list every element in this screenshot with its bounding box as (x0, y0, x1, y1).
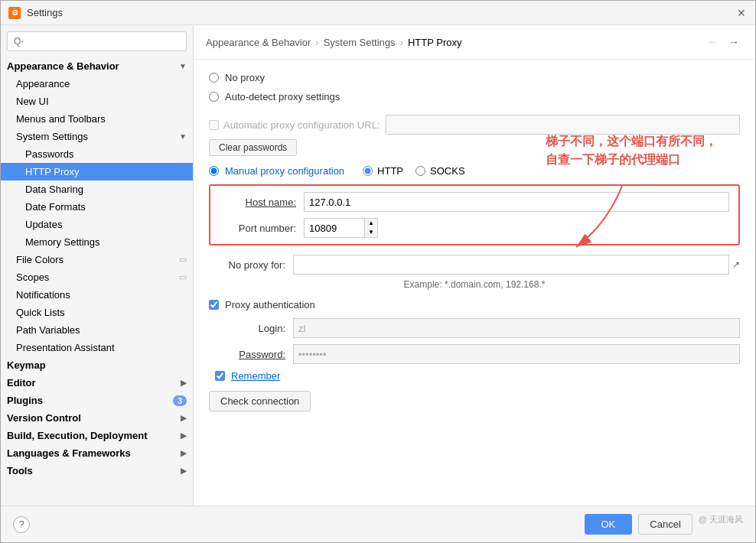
form-area: No proxy Auto-detect proxy settings Auto… (194, 60, 755, 506)
password-label: Password: (209, 349, 293, 360)
proxy-auth-section: Proxy authentication Login: Password: (209, 299, 740, 382)
sidebar-item-label: Notifications (16, 289, 70, 301)
sidebar-item-editor[interactable]: Editor (1, 374, 193, 392)
sidebar-item-label: Data Sharing (25, 184, 83, 195)
window-title: Settings (27, 7, 63, 18)
content-area: Appearance & Behavior Appearance New UI … (1, 25, 755, 506)
scopes-icon: ▭ (179, 272, 187, 282)
remember-label: Remember (231, 370, 280, 382)
sidebar-item-label: Appearance (16, 78, 70, 89)
proxy-auth-title: Proxy authentication (225, 299, 315, 311)
sidebar-item-label: Version Control (7, 412, 81, 424)
sidebar-item-system-settings[interactable]: System Settings (1, 128, 193, 145)
auto-detect-radio[interactable] (209, 92, 219, 102)
port-spin-down[interactable]: ▼ (365, 228, 377, 237)
proxy-auth-header: Proxy authentication (209, 299, 740, 311)
protocol-tabs: HTTP SOCKS (363, 165, 464, 177)
search-box (1, 25, 193, 57)
breadcrumb-sep-1: › (315, 37, 318, 48)
sidebar-item-path-variables[interactable]: Path Variables (1, 321, 193, 339)
auth-fields: Login: Password: (209, 318, 740, 364)
sidebar-item-appearance-behavior[interactable]: Appearance & Behavior (1, 57, 193, 75)
sidebar-item-build-execution[interactable]: Build, Execution, Deployment (1, 427, 193, 444)
sidebar-item-menus-toolbars[interactable]: Menus and Toolbars (1, 110, 193, 128)
sidebar-item-label: Quick Lists (16, 307, 65, 318)
plugins-badge: 3 (173, 395, 187, 406)
remember-checkbox[interactable] (215, 371, 225, 381)
sidebar-item-languages[interactable]: Languages & Frameworks (1, 444, 193, 462)
no-proxy-radio[interactable] (209, 73, 219, 83)
sidebar-item-appearance[interactable]: Appearance (1, 75, 193, 93)
ok-button[interactable]: OK (585, 514, 633, 535)
port-label: Port number: (220, 223, 304, 234)
socks-tab[interactable]: SOCKS (415, 165, 465, 177)
sidebar-item-quick-lists[interactable]: Quick Lists (1, 304, 193, 321)
settings-window: ⚙ Settings ✕ Appearance & Behavior Appea… (0, 0, 756, 543)
sidebar-item-label: Keymap (7, 359, 46, 371)
back-button[interactable]: ← (703, 33, 722, 51)
no-proxy-row: No proxy (209, 72, 740, 83)
sidebar-item-data-sharing[interactable]: Data Sharing (1, 180, 193, 198)
http-radio[interactable] (363, 166, 373, 176)
auto-detect-label[interactable]: Auto-detect proxy settings (225, 91, 340, 102)
expand-arrow-icon (181, 431, 187, 440)
port-input[interactable] (304, 218, 365, 238)
sidebar-item-version-control[interactable]: Version Control (1, 409, 193, 427)
sidebar-item-label: Passwords (25, 148, 74, 160)
check-connection-button[interactable]: Check connection (209, 391, 311, 411)
sidebar-item-http-proxy[interactable]: HTTP Proxy (1, 163, 193, 180)
remember-row: Remember (215, 370, 740, 382)
sidebar-item-label: Path Variables (16, 324, 80, 336)
sidebar-item-updates[interactable]: Updates (1, 216, 193, 233)
password-input[interactable] (293, 344, 740, 364)
http-label: HTTP (377, 165, 403, 177)
password-field-row: Password: (209, 344, 740, 364)
proxy-auth-checkbox[interactable] (209, 300, 219, 310)
auto-proxy-checkbox-label: Automatic proxy configuration URL: (209, 119, 380, 131)
sidebar-item-plugins[interactable]: Plugins 3 (1, 392, 193, 409)
http-tab[interactable]: HTTP (363, 165, 403, 177)
sidebar-item-new-ui[interactable]: New UI (1, 93, 193, 110)
sidebar-item-scopes[interactable]: Scopes ▭ (1, 268, 193, 286)
no-proxy-expand-icon[interactable]: ↗ (732, 259, 740, 270)
login-input[interactable] (293, 318, 740, 338)
expand-arrow-icon (179, 132, 187, 141)
port-spin-up[interactable]: ▲ (365, 219, 377, 228)
cancel-button[interactable]: Cancel (638, 514, 692, 535)
host-label: Host name: (220, 197, 304, 208)
no-proxy-for-input[interactable] (293, 255, 729, 275)
watermark-text: @ 天涯海风 (699, 514, 743, 535)
bottom-right: OK Cancel @ 天涯海风 (585, 514, 744, 535)
sidebar-item-label: Tools (7, 465, 33, 476)
sidebar-item-keymap[interactable]: Keymap (1, 356, 193, 374)
bottom-bar: ? OK Cancel @ 天涯海风 (1, 506, 755, 542)
proxy-fields: Host name: Port number: ▲ ▼ (209, 184, 740, 245)
search-input[interactable] (7, 31, 187, 51)
manual-proxy-label[interactable]: Manual proxy configuration (225, 165, 344, 177)
auto-proxy-config-checkbox[interactable] (209, 120, 219, 130)
manual-proxy-radio[interactable] (209, 166, 219, 176)
sidebar-item-label: System Settings (16, 131, 88, 142)
auto-proxy-config-input[interactable] (386, 115, 740, 135)
sidebar-item-tools[interactable]: Tools (1, 462, 193, 480)
socks-radio[interactable] (415, 166, 425, 176)
sidebar-item-notifications[interactable]: Notifications (1, 286, 193, 304)
host-input[interactable] (304, 192, 729, 212)
close-button[interactable]: ✕ (735, 7, 748, 19)
sidebar-item-label: Languages & Frameworks (7, 447, 131, 459)
sidebar-item-label: Presentation Assistant (16, 342, 115, 353)
sidebar-item-passwords[interactable]: Passwords (1, 145, 193, 163)
forward-button[interactable]: → (725, 33, 743, 51)
expand-arrow-icon (181, 414, 187, 422)
manual-proxy-header: Manual proxy configuration HTTP SOCKS (209, 165, 740, 177)
sidebar-item-presentation-assistant[interactable]: Presentation Assistant (1, 339, 193, 356)
sidebar-item-memory-settings[interactable]: Memory Settings (1, 233, 193, 251)
main-panel: Appearance & Behavior › System Settings … (194, 25, 755, 506)
help-button[interactable]: ? (13, 516, 30, 533)
no-proxy-label[interactable]: No proxy (225, 72, 265, 83)
clear-passwords-button[interactable]: Clear passwords (209, 139, 297, 156)
expand-arrow-icon (181, 379, 187, 387)
sidebar-item-label: Build, Execution, Deployment (7, 430, 147, 441)
sidebar-item-file-colors[interactable]: File Colors ▭ (1, 251, 193, 268)
sidebar-item-date-formats[interactable]: Date Formats (1, 198, 193, 216)
